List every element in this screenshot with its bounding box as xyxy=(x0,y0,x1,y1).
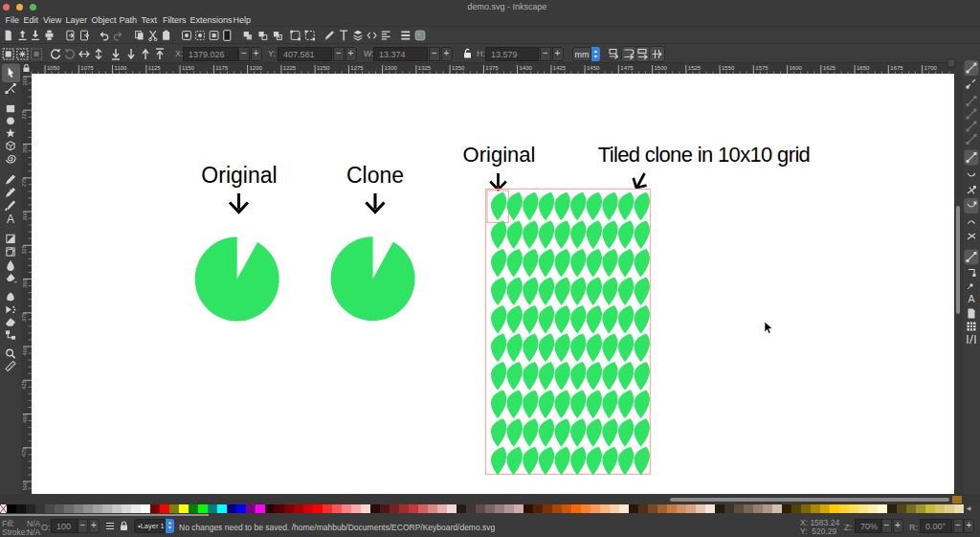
svg-text:1675: 1675 xyxy=(890,65,903,71)
svg-text:375: 375 xyxy=(22,313,28,322)
svg-text:275: 275 xyxy=(22,178,28,187)
svg-text:1350: 1350 xyxy=(452,65,465,71)
svg-text:1225: 1225 xyxy=(283,65,297,71)
svg-text:225: 225 xyxy=(22,110,28,119)
svg-text:250: 250 xyxy=(22,145,28,153)
svg-text:350: 350 xyxy=(22,280,28,288)
svg-text:1050: 1050 xyxy=(47,65,60,71)
svg-text:1100: 1100 xyxy=(115,65,128,71)
svg-text:500: 500 xyxy=(22,481,28,490)
svg-text:1250: 1250 xyxy=(317,65,330,71)
svg-text:300: 300 xyxy=(22,212,28,220)
svg-text:1375: 1375 xyxy=(485,65,499,71)
svg-text:1425: 1425 xyxy=(553,65,567,71)
svg-text:1175: 1175 xyxy=(215,65,229,71)
svg-text:425: 425 xyxy=(22,380,28,389)
svg-text:1200: 1200 xyxy=(250,65,263,71)
svg-text:200: 200 xyxy=(22,77,28,85)
svg-text:1275: 1275 xyxy=(350,65,364,71)
svg-text:475: 475 xyxy=(22,448,28,457)
svg-text:325: 325 xyxy=(22,245,28,254)
svg-text:1525: 1525 xyxy=(688,65,702,71)
svg-text:1625: 1625 xyxy=(823,65,836,71)
svg-text:1150: 1150 xyxy=(182,65,195,71)
svg-text:1575: 1575 xyxy=(755,65,768,71)
svg-text:1450: 1450 xyxy=(587,65,600,71)
svg-text:A: A xyxy=(968,293,974,304)
svg-text:400: 400 xyxy=(22,347,28,355)
svg-text:450: 450 xyxy=(22,414,28,423)
svg-text:1700: 1700 xyxy=(924,65,938,71)
svg-text:1300: 1300 xyxy=(385,65,398,71)
svg-text:1075: 1075 xyxy=(80,65,94,71)
svg-text:1400: 1400 xyxy=(520,65,533,71)
svg-text:A: A xyxy=(7,213,14,226)
svg-text:1475: 1475 xyxy=(620,65,634,71)
svg-text:1600: 1600 xyxy=(790,65,803,71)
svg-text:1500: 1500 xyxy=(655,65,668,71)
svg-text:1325: 1325 xyxy=(418,65,432,71)
svg-text:1650: 1650 xyxy=(857,65,870,71)
svg-text:1550: 1550 xyxy=(722,65,735,71)
svg-text:1125: 1125 xyxy=(148,65,162,71)
